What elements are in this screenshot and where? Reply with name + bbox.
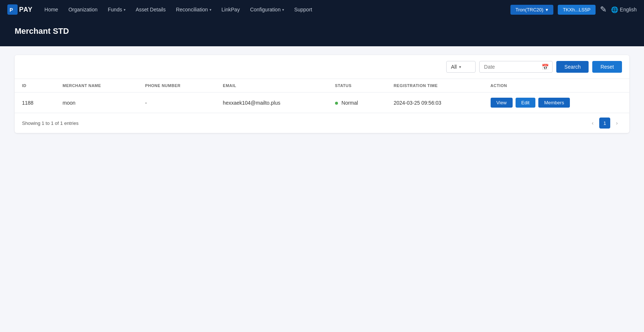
nav-funds[interactable]: Funds ▾ (103, 0, 130, 19)
navbar: P PAY Home Organization Funds ▾ Asset De… (0, 0, 644, 19)
user-icon[interactable]: ✎ (600, 5, 607, 14)
search-button[interactable]: Search (556, 61, 589, 73)
main-content: All ▾ 📅 Search Reset ID MERCHANT NAME PH… (0, 46, 644, 142)
logo-text: PAY (19, 6, 33, 14)
nav-organization[interactable]: Organization (64, 0, 102, 19)
members-button[interactable]: Members (538, 98, 570, 108)
cell-action: View Edit Members (483, 93, 629, 113)
nav-linkpay[interactable]: LinkPay (217, 0, 244, 19)
pagination-summary: Showing 1 to 1 of 1 entries (22, 120, 79, 126)
cell-phone-number: - (138, 93, 215, 113)
date-input-wrapper: 📅 (479, 61, 553, 73)
nav-home[interactable]: Home (40, 0, 62, 19)
nav-configuration[interactable]: Configuration ▾ (245, 0, 288, 19)
col-merchant-name: MERCHANT NAME (55, 79, 138, 93)
merchant-table: ID MERCHANT NAME PHONE NUMBER EMAIL STAT… (15, 79, 629, 113)
page-1-button[interactable]: 1 (599, 118, 610, 129)
cell-status: Normal (328, 93, 386, 113)
page-header: Merchant STD (0, 19, 644, 46)
page-title: Merchant STD (15, 26, 629, 36)
cell-registration-time: 2024-03-25 09:56:03 (386, 93, 483, 113)
next-page-button[interactable]: › (612, 118, 622, 128)
chevron-down-icon: ▾ (124, 8, 125, 12)
col-phone-number: PHONE NUMBER (138, 79, 215, 93)
language-selector[interactable]: 🌐 English (611, 6, 637, 13)
cell-email: hexxaek104@mailto.plus (215, 93, 327, 113)
col-status: STATUS (328, 79, 386, 93)
tron-selector-button[interactable]: Tron(TRC20) ▾ (510, 5, 553, 15)
col-email: EMAIL (215, 79, 327, 93)
pagination-bar: Showing 1 to 1 of 1 entries ‹ 1 › (15, 113, 629, 133)
col-registration-time: REGISTRATION TIME (386, 79, 483, 93)
status-filter[interactable]: All ▾ (446, 61, 476, 73)
table-header-row: ID MERCHANT NAME PHONE NUMBER EMAIL STAT… (15, 79, 629, 93)
svg-text:P: P (10, 7, 13, 13)
reset-button[interactable]: Reset (592, 61, 622, 73)
cell-merchant-name: moon (55, 93, 138, 113)
edit-button[interactable]: Edit (516, 98, 535, 108)
nav-support[interactable]: Support (290, 0, 317, 19)
prev-page-button[interactable]: ‹ (587, 118, 598, 128)
chevron-down-icon: ▾ (282, 8, 284, 12)
chevron-down-icon: ▾ (459, 65, 461, 69)
status-indicator (335, 102, 338, 105)
col-id: ID (15, 79, 55, 93)
globe-icon: 🌐 (611, 6, 618, 13)
chevron-down-icon: ▾ (546, 7, 548, 12)
nav-reconciliation[interactable]: Reconciliation ▾ (171, 0, 215, 19)
wallet-button[interactable]: TKXh...LS5P (558, 5, 596, 15)
pagination-controls: ‹ 1 › (587, 118, 622, 129)
filter-bar: All ▾ 📅 Search Reset (15, 55, 629, 79)
col-action: ACTION (483, 79, 629, 93)
table-row: 1188 moon - hexxaek104@mailto.plus Norma… (15, 93, 629, 113)
action-buttons: View Edit Members (491, 98, 622, 108)
nav-asset-details[interactable]: Asset Details (131, 0, 170, 19)
cell-id: 1188 (15, 93, 55, 113)
logo[interactable]: P PAY (7, 4, 33, 15)
date-input[interactable] (479, 61, 553, 73)
merchant-card: All ▾ 📅 Search Reset ID MERCHANT NAME PH… (15, 55, 629, 133)
chevron-down-icon: ▾ (210, 8, 211, 12)
view-button[interactable]: View (491, 98, 513, 108)
